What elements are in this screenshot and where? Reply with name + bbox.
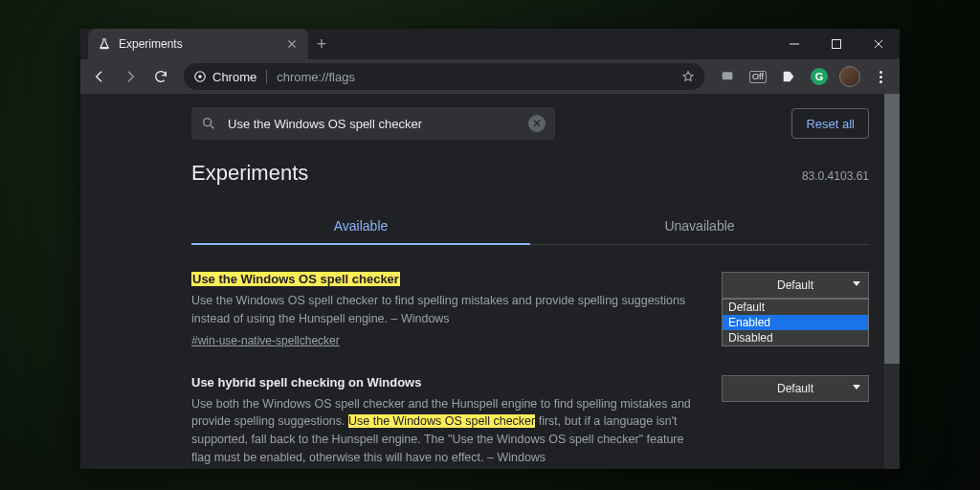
flag-hybrid-spellchecker: Use hybrid spell checking on Windows Use… <box>191 375 869 470</box>
back-button[interactable] <box>86 63 113 90</box>
svg-point-4 <box>204 119 212 126</box>
flag-title: Use the Windows OS spell checker <box>191 272 699 286</box>
tab-available[interactable]: Available <box>191 211 530 245</box>
omnibox-separator <box>266 70 267 83</box>
option-default[interactable]: Default <box>723 300 868 315</box>
svg-point-2 <box>198 75 202 78</box>
extension-icon-1[interactable] <box>714 63 741 90</box>
flag-native-spellchecker: Use the Windows OS spell checker Use the… <box>191 272 869 348</box>
maximize-button[interactable] <box>815 29 858 59</box>
flag-select-native[interactable]: Default <box>722 272 869 299</box>
search-icon <box>201 116 216 131</box>
omnibox[interactable]: Chrome chrome://flags <box>184 63 704 90</box>
svg-rect-3 <box>723 72 733 79</box>
chrome-menu-button[interactable] <box>867 63 894 90</box>
page-title: Experiments <box>191 161 802 186</box>
flag-select-hybrid[interactable]: Default <box>722 375 869 402</box>
flags-search[interactable]: ✕ <box>191 107 555 140</box>
reload-button[interactable] <box>147 63 174 90</box>
extension-off-badge[interactable]: Off <box>745 63 771 90</box>
chip-label: Chrome <box>212 70 256 84</box>
option-disabled[interactable]: Disabled <box>723 330 868 345</box>
flag-select-value: Default <box>777 382 813 395</box>
svg-rect-0 <box>833 40 841 49</box>
flags-search-input[interactable] <box>226 116 519 132</box>
flags-tabs: Available Unavailable <box>191 211 869 245</box>
flag-description: Use both the Windows OS spell checker an… <box>191 395 699 467</box>
chrome-icon <box>193 70 207 83</box>
window-caption-buttons <box>773 29 900 59</box>
close-window-button[interactable] <box>858 29 900 59</box>
flag-title: Use hybrid spell checking on Windows <box>191 375 699 390</box>
flag-description: Use the Windows OS spell checker to find… <box>191 292 699 328</box>
close-icon[interactable] <box>285 37 299 51</box>
tab-unavailable[interactable]: Unavailable <box>530 211 869 244</box>
new-tab-button[interactable]: + <box>308 29 335 59</box>
flag-anchor[interactable]: #win-use-native-spellchecker <box>191 334 340 347</box>
flask-icon <box>98 37 111 51</box>
reset-all-button[interactable]: Reset all <box>791 108 869 139</box>
tab-experiments[interactable]: Experiments <box>88 29 308 59</box>
page-content: ✕ Reset all Experiments 83.0.4103.61 Ava… <box>80 94 884 469</box>
toolbar: Chrome chrome://flags Off G <box>80 59 900 94</box>
scrollbar[interactable] <box>884 94 900 469</box>
tab-title: Experiments <box>119 37 278 51</box>
tab-strip: Experiments + <box>80 29 900 59</box>
scrollbar-thumb[interactable] <box>884 94 900 364</box>
option-enabled[interactable]: Enabled <box>723 315 868 330</box>
forward-button[interactable] <box>117 63 144 90</box>
security-chip: Chrome <box>193 70 256 84</box>
extension-icon-2[interactable] <box>775 63 802 90</box>
flag-select-value: Default <box>777 278 813 292</box>
bookmark-star-icon[interactable] <box>681 70 695 83</box>
chevron-down-icon <box>853 385 860 390</box>
clear-search-button[interactable]: ✕ <box>528 115 546 132</box>
chrome-version: 83.0.4103.61 <box>802 169 869 183</box>
profile-avatar[interactable] <box>836 63 863 90</box>
flag-select-dropdown: Default Enabled Disabled <box>722 299 869 346</box>
extension-grammarly[interactable]: G <box>806 63 833 90</box>
chevron-down-icon <box>853 281 860 286</box>
omnibox-url: chrome://flags <box>277 70 355 84</box>
minimize-button[interactable] <box>773 29 815 59</box>
browser-window: Experiments + Chrome chrome://flags <box>80 29 900 469</box>
